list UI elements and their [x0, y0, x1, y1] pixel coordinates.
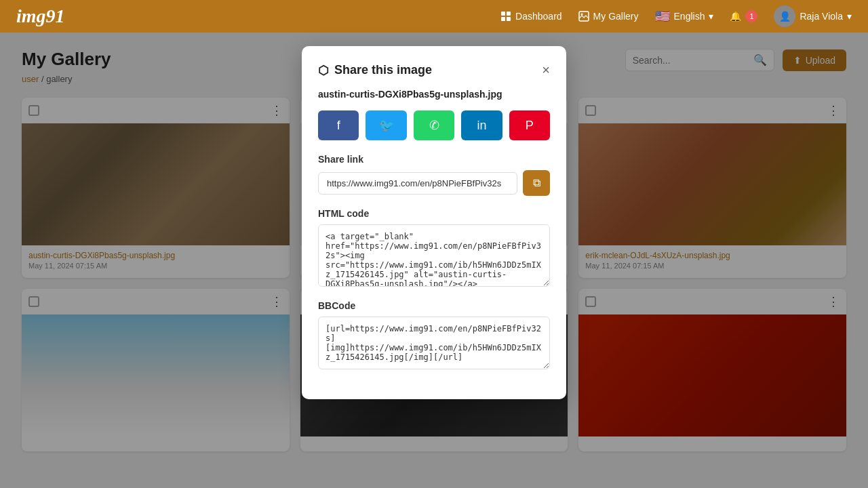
pinterest-icon: P — [526, 119, 534, 133]
whatsapp-icon: ✆ — [429, 118, 439, 133]
share-twitter-button[interactable]: 🐦 — [366, 110, 406, 140]
language-label: English — [674, 11, 705, 22]
share-facebook-button[interactable]: f — [318, 110, 359, 140]
share-link-row: ⧉ — [318, 170, 550, 196]
gallery-link[interactable]: My Gallery — [578, 11, 639, 22]
share-icon: ⬡ — [318, 63, 329, 78]
flag-icon: 🇺🇸 — [655, 9, 670, 24]
modal-close-button[interactable]: × — [542, 62, 550, 78]
html-code-label: HTML code — [318, 208, 550, 219]
header: img91 Dashboard My Gallery 🇺🇸 English ▾ … — [0, 0, 868, 33]
share-linkedin-button[interactable]: in — [461, 110, 502, 140]
facebook-icon: f — [337, 119, 340, 133]
svg-rect-2 — [501, 17, 505, 21]
twitter-icon: 🐦 — [379, 118, 394, 133]
notification-bell[interactable]: 🔔 1 — [730, 10, 757, 22]
avatar: 👤 — [774, 5, 795, 27]
modal-backdrop: ⬡ Share this image × austin-curtis-DGXi8… — [0, 33, 868, 488]
share-buttons: f 🐦 ✆ in P — [318, 110, 550, 140]
modal-header: ⬡ Share this image × — [318, 62, 550, 78]
svg-point-5 — [580, 14, 583, 16]
svg-rect-0 — [501, 12, 505, 16]
bell-icon: 🔔 — [730, 11, 741, 22]
share-modal: ⬡ Share this image × austin-curtis-DGXi8… — [302, 46, 566, 399]
header-nav: Dashboard My Gallery 🇺🇸 English ▾ 🔔 1 👤 … — [500, 5, 852, 27]
svg-rect-4 — [579, 12, 589, 21]
chevron-down-icon: ▾ — [709, 11, 713, 22]
share-pinterest-button[interactable]: P — [509, 110, 550, 140]
dashboard-link[interactable]: Dashboard — [500, 11, 562, 22]
dashboard-label: Dashboard — [515, 11, 562, 22]
svg-rect-1 — [507, 12, 511, 16]
bbcode-label: BBCode — [318, 300, 550, 311]
copy-icon: ⧉ — [533, 177, 540, 189]
logo[interactable]: img91 — [16, 5, 65, 27]
copy-link-button[interactable]: ⧉ — [523, 170, 550, 196]
share-link-input[interactable] — [318, 172, 517, 195]
chevron-down-icon: ▾ — [847, 11, 852, 22]
language-selector[interactable]: 🇺🇸 English ▾ — [655, 9, 714, 24]
gallery-label: My Gallery — [593, 11, 639, 22]
modal-filename: austin-curtis-DGXi8Pbas5g-unsplash.jpg — [318, 89, 550, 100]
user-name: Raja Viola — [800, 11, 843, 22]
linkedin-icon: in — [477, 119, 486, 133]
modal-title: ⬡ Share this image — [318, 63, 432, 78]
share-whatsapp-button[interactable]: ✆ — [414, 110, 454, 140]
bbcode-textarea[interactable]: [url=https://www.img91.com/en/p8NPieFBfP… — [318, 317, 550, 369]
share-link-label: Share link — [318, 154, 550, 165]
main-content: My Gallery user / gallery 🔍 ⬆ Upload ⋮ a… — [0, 33, 868, 488]
svg-rect-3 — [507, 17, 511, 21]
user-menu[interactable]: 👤 Raja Viola ▾ — [774, 5, 852, 27]
html-code-textarea[interactable]: <a target="_blank" href="https://www.img… — [318, 224, 550, 287]
notification-badge: 1 — [745, 10, 757, 22]
